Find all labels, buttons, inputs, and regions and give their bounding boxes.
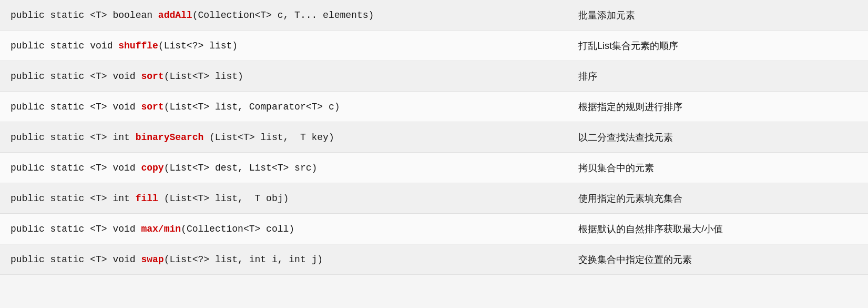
method-name: fill: [136, 193, 158, 204]
code-text: (List<T> dest, List<T> src): [164, 163, 318, 173]
description-cell: 批量添加元素: [568, 9, 857, 22]
description-cell: 以二分查找法查找元素: [568, 131, 857, 144]
method-name: sort: [141, 102, 164, 112]
code-cell: public static <T> void copy(List<T> dest…: [11, 163, 568, 173]
table-row: public static <T> int binarySearch (List…: [0, 122, 868, 153]
code-text: public static <T> void: [11, 102, 141, 112]
code-text: public static <T> void: [11, 163, 141, 173]
table-row: public static <T> void sort(List<T> list…: [0, 61, 868, 92]
table-row: public static void shuffle(List<?> list)…: [0, 31, 868, 61]
description-cell: 使用指定的元素填充集合: [568, 192, 857, 205]
method-name: max/min: [141, 224, 181, 234]
code-text: public static <T> void: [11, 224, 141, 234]
code-text: (List<T> list): [164, 71, 243, 82]
code-text: public static void: [11, 41, 118, 51]
description-cell: 根据指定的规则进行排序: [568, 101, 857, 113]
description-cell: 拷贝集合中的元素: [568, 162, 857, 174]
code-cell: public static <T> int binarySearch (List…: [11, 132, 568, 143]
code-text: public static <T> int: [11, 132, 136, 143]
code-text: public static <T> int: [11, 193, 136, 204]
code-cell: public static <T> boolean addAll(Collect…: [11, 10, 568, 21]
method-name: shuffle: [118, 41, 158, 51]
method-name: sort: [141, 71, 164, 82]
table-row: public static <T> boolean addAll(Collect…: [0, 0, 868, 31]
code-text: (List<?> list): [158, 41, 238, 51]
code-cell: public static <T> void sort(List<T> list…: [11, 71, 568, 82]
code-text: (Collection<T> coll): [181, 224, 294, 234]
method-name: binarySearch: [136, 132, 204, 143]
table-row: public static <T> void sort(List<T> list…: [0, 92, 868, 122]
code-cell: public static <T> void max/min(Collectio…: [11, 224, 568, 234]
code-cell: public static <T> int fill (List<T> list…: [11, 193, 568, 204]
table-row: public static <T> int fill (List<T> list…: [0, 183, 868, 214]
description-cell: 打乱List集合元素的顺序: [568, 39, 857, 52]
code-text: (List<T> list, T key): [203, 132, 334, 143]
description-cell: 交换集合中指定位置的元素: [568, 253, 857, 266]
description-cell: 根据默认的自然排序获取最大/小值: [568, 223, 857, 235]
method-name: copy: [141, 163, 164, 173]
table-row: public static <T> void max/min(Collectio…: [0, 214, 868, 244]
method-name: addAll: [158, 10, 192, 21]
code-text: (List<T> list, Comparator<T> c): [164, 102, 340, 112]
code-text: (List<?> list, int i, int j): [164, 254, 323, 265]
code-text: public static <T> boolean: [11, 10, 158, 21]
code-cell: public static void shuffle(List<?> list): [11, 41, 568, 51]
code-text: (Collection<T> c, T... elements): [192, 10, 374, 21]
api-table: public static <T> boolean addAll(Collect…: [0, 0, 868, 275]
description-cell: 排序: [568, 70, 857, 83]
table-row: public static <T> void swap(List<?> list…: [0, 244, 868, 275]
method-name: swap: [141, 254, 164, 265]
code-text: (List<T> list, T obj): [158, 193, 289, 204]
code-text: public static <T> void: [11, 71, 141, 82]
code-cell: public static <T> void swap(List<?> list…: [11, 254, 568, 265]
table-row: public static <T> void copy(List<T> dest…: [0, 153, 868, 183]
code-text: public static <T> void: [11, 254, 141, 265]
code-cell: public static <T> void sort(List<T> list…: [11, 102, 568, 112]
